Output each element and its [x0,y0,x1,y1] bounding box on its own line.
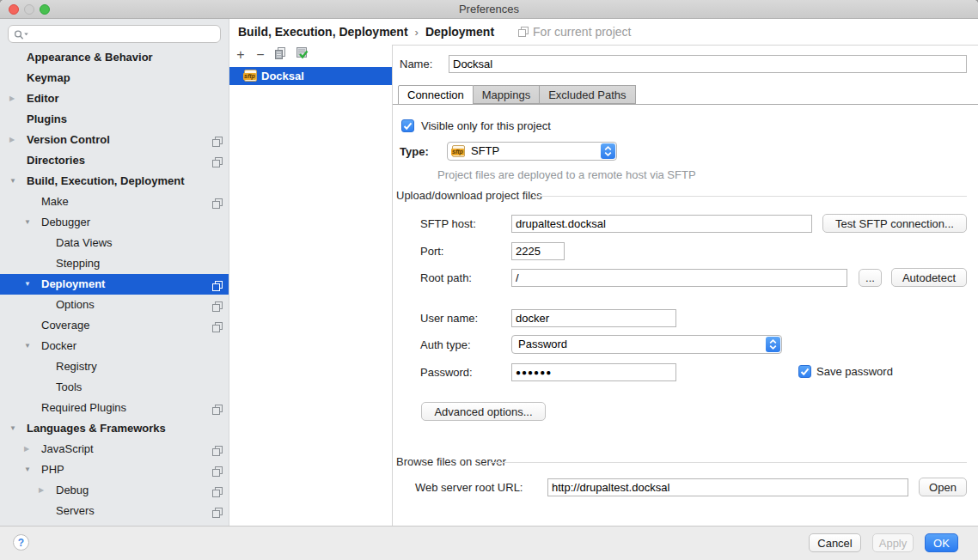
name-label: Name: [400,55,432,73]
web-root-label: Web server root URL: [415,478,523,496]
sidebar-item-php[interactable]: ▼PHP [0,460,229,480]
tree-collapsed-arrow-icon[interactable]: ▶ [9,130,15,150]
sidebar-item-deployment[interactable]: ▼Deployment [0,274,229,295]
tree-collapsed-arrow-icon[interactable]: ▶ [24,439,29,460]
browse-root-path-button[interactable]: ... [859,269,882,287]
tree-expanded-arrow-icon[interactable]: ▼ [24,460,31,480]
sidebar-item-editor[interactable]: ▶Editor [0,88,229,109]
port-input[interactable] [511,242,565,260]
check-icon [800,368,810,376]
tree-collapsed-arrow-icon[interactable]: ▶ [9,88,15,109]
sidebar-item-required-plugins[interactable]: Required Plugins [0,398,229,418]
tree-expanded-arrow-icon[interactable]: ▼ [24,274,31,295]
port-label: Port: [420,242,443,260]
type-select[interactable]: sftp SFTP [447,142,617,161]
sidebar-item-registry[interactable]: Registry [0,356,229,377]
sidebar-item-keymap[interactable]: Keymap [0,68,229,88]
current-project-icon [212,155,223,166]
test-sftp-connection-button[interactable]: Test SFTP connection... [822,214,967,233]
use-as-default-button[interactable] [294,47,309,63]
cancel-button[interactable]: Cancel [809,533,861,552]
sidebar-item-label: Registry [56,356,97,377]
apply-button[interactable]: Apply [872,533,914,552]
sidebar-item-label: JavaScript [41,439,94,460]
breadcrumb-parent[interactable]: Build, Execution, Deployment [238,25,408,39]
titlebar: Preferences [0,0,978,19]
auth-type-select[interactable]: Password [511,335,782,354]
breadcrumb-current: Deployment [425,25,494,39]
window-title: Preferences [0,0,978,19]
sidebar-item-data-views[interactable]: Data Views [0,233,229,253]
tab-mappings[interactable]: Mappings [474,85,540,104]
tab-excluded-paths[interactable]: Excluded Paths [540,85,635,104]
add-server-button[interactable]: + [233,47,248,63]
sidebar-item-label: Plugins [27,109,67,130]
sidebar-item-build-execution-deployment[interactable]: ▼Build, Execution, Deployment [0,171,229,192]
open-url-button[interactable]: Open [919,478,967,496]
sidebar-item-coverage[interactable]: Coverage [0,315,229,336]
type-label: Type: [400,143,429,161]
scope-selector[interactable]: For current project [518,25,631,39]
sidebar-item-languages-frameworks[interactable]: ▼Languages & Frameworks [0,418,229,439]
sidebar-item-label: Coverage [41,315,89,336]
sidebar-item-debugger[interactable]: ▼Debugger [0,212,229,233]
password-input[interactable] [511,363,676,381]
sidebar-item-debug[interactable]: ▶Debug [0,480,229,501]
sidebar-item-label: Make [41,192,69,212]
tree-expanded-arrow-icon[interactable]: ▼ [9,171,16,192]
sidebar-item-servers[interactable]: Servers [0,501,229,521]
check-icon [403,122,413,131]
tree-collapsed-arrow-icon[interactable]: ▶ [39,480,44,501]
settings-sidebar: Appearance & BehaviorKeymap▶EditorPlugin… [0,19,229,526]
sidebar-item-make[interactable]: Make [0,192,229,212]
sidebar-item-appearance-behavior[interactable]: Appearance & Behavior [0,47,229,68]
password-label: Password: [420,363,473,381]
select-stepper-icon[interactable] [601,143,615,159]
visible-only-label: Visible only for this project [421,117,551,135]
autodetect-button[interactable]: Autodetect [891,268,967,287]
section-browse-divider [490,462,967,463]
tab-connection[interactable]: Connection [398,85,474,105]
user-name-input[interactable] [511,309,676,327]
sidebar-item-label: Editor [27,88,59,109]
current-project-icon [518,27,529,37]
section-upload-divider [533,196,967,197]
sidebar-item-javascript[interactable]: ▶JavaScript [0,439,229,460]
sidebar-item-tools[interactable]: Tools [0,377,229,398]
server-item-docksal[interactable]: sftp Docksal [229,67,392,85]
remove-server-button[interactable]: − [253,47,268,63]
sftp-host-input[interactable] [511,215,812,233]
ok-button[interactable]: OK [925,533,958,552]
root-path-label: Root path: [420,269,472,287]
sidebar-item-label: Options [56,295,95,315]
breadcrumb: Build, Execution, Deployment › Deploymen… [229,19,978,45]
current-project-icon [212,403,223,413]
root-path-input[interactable] [511,269,847,287]
sidebar-item-stepping[interactable]: Stepping [0,253,229,274]
current-project-icon [212,320,223,331]
scope-label: For current project [533,25,631,39]
sidebar-item-docker[interactable]: ▼Docker [0,336,229,356]
name-input[interactable] [449,55,967,73]
sidebar-item-label: Required Plugins [41,398,126,418]
help-button[interactable]: ? [13,534,29,551]
advanced-options-button[interactable]: Advanced options... [421,402,546,421]
sidebar-item-label: Languages & Frameworks [27,418,166,439]
visible-only-checkbox[interactable] [401,119,414,132]
sidebar-item-label: Version Control [27,130,110,150]
tree-expanded-arrow-icon[interactable]: ▼ [24,212,31,233]
tree-expanded-arrow-icon[interactable]: ▼ [9,418,16,439]
preferences-window: Preferences Appearance & BehaviorKeymap▶… [0,0,978,560]
sidebar-item-version-control[interactable]: ▶Version Control [0,130,229,150]
sidebar-item-label: Build, Execution, Deployment [27,171,184,192]
sidebar-item-directories[interactable]: Directories [0,150,229,171]
save-password-checkbox[interactable] [798,365,811,378]
sidebar-item-plugins[interactable]: Plugins [0,109,229,130]
sidebar-item-options[interactable]: Options [0,295,229,315]
copy-server-button[interactable] [273,47,289,63]
select-stepper-icon[interactable] [766,337,780,352]
tree-expanded-arrow-icon[interactable]: ▼ [24,336,31,356]
web-root-input[interactable] [547,478,908,496]
breadcrumb-separator: › [415,26,419,39]
user-name-label: User name: [420,309,478,327]
